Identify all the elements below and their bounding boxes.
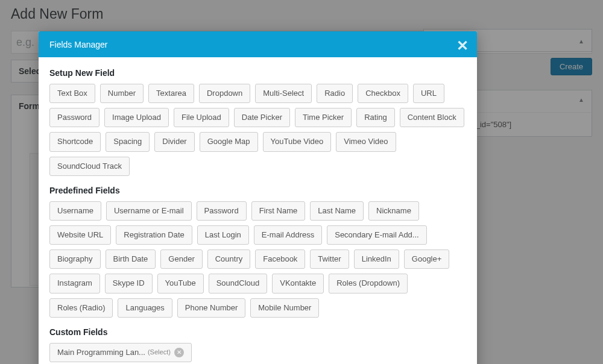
field-last-name[interactable]: Last Name <box>310 201 364 221</box>
field-username-or-e-mail[interactable]: Username or E-mail <box>106 201 192 221</box>
field-file-upload[interactable]: File Upload <box>174 108 229 127</box>
custom-field-main-programming-lan[interactable]: Main Programming Lan... (Select)✕ <box>49 343 192 362</box>
field-number[interactable]: Number <box>100 84 144 103</box>
field-rating[interactable]: Rating <box>356 108 395 127</box>
field-google-map[interactable]: Google Map <box>200 132 258 151</box>
field-roles-radio[interactable]: Roles (Radio) <box>49 298 113 318</box>
field-date-picker[interactable]: Date Picker <box>234 108 290 127</box>
fields-manager-modal: Fields Manager ✕ Setup New Field Text Bo… <box>39 31 477 364</box>
field-instagram[interactable]: Instagram <box>49 274 100 293</box>
field-linkedin[interactable]: LinkedIn <box>354 249 399 269</box>
field-twitter[interactable]: Twitter <box>310 249 349 269</box>
field-skype-id[interactable]: Skype ID <box>105 274 153 293</box>
field-facebook[interactable]: Facebook <box>255 249 305 269</box>
remove-icon[interactable]: ✕ <box>174 348 184 357</box>
field-soundcloud-track[interactable]: SoundCloud Track <box>49 157 130 176</box>
field-roles-dropdown[interactable]: Roles (Dropdown) <box>329 274 408 293</box>
field-image-upload[interactable]: Image Upload <box>104 108 169 127</box>
field-phone-number[interactable]: Phone Number <box>177 298 245 318</box>
field-dropdown[interactable]: Dropdown <box>199 84 250 103</box>
setup-section-title: Setup New Field <box>49 68 466 78</box>
field-url[interactable]: URL <box>413 84 444 103</box>
predefined-section-title: Predefined Fields <box>49 186 466 195</box>
field-content-block[interactable]: Content Block <box>400 108 464 127</box>
field-shortcode[interactable]: Shortcode <box>49 132 101 151</box>
modal-title: Fields Manager <box>49 40 108 49</box>
custom-section-title: Custom Fields <box>49 327 466 337</box>
field-website-url[interactable]: Website URL <box>49 225 111 245</box>
field-soundcloud[interactable]: SoundCloud <box>209 274 268 293</box>
field-text-box[interactable]: Text Box <box>49 84 95 103</box>
field-youtube-video[interactable]: YouTube Video <box>263 132 332 151</box>
field-vkontakte[interactable]: VKontakte <box>272 274 324 293</box>
field-textarea[interactable]: Textarea <box>148 84 194 103</box>
field-birth-date[interactable]: Birth Date <box>106 249 156 269</box>
field-secondary-e-mail-add[interactable]: Secondary E-mail Add... <box>327 225 426 245</box>
field-divider[interactable]: Divider <box>154 132 194 151</box>
field-nickname[interactable]: Nickname <box>368 201 419 221</box>
field-time-picker[interactable]: Time Picker <box>295 108 352 127</box>
field-password[interactable]: Password <box>49 108 99 127</box>
field-languages[interactable]: Languages <box>118 298 172 318</box>
field-multi-select[interactable]: Multi-Select <box>255 84 312 103</box>
field-youtube[interactable]: YouTube <box>157 274 204 293</box>
custom-field-label: Main Programming Lan... <box>57 347 145 358</box>
field-spacing[interactable]: Spacing <box>106 132 150 151</box>
field-radio[interactable]: Radio <box>317 84 353 103</box>
close-icon[interactable]: ✕ <box>456 37 469 54</box>
field-last-login[interactable]: Last Login <box>197 225 249 245</box>
field-vimeo-video[interactable]: Vimeo Video <box>336 132 396 151</box>
field-username[interactable]: Username <box>49 201 101 221</box>
custom-field-type: (Select) <box>148 348 171 357</box>
field-e-mail-address[interactable]: E-mail Address <box>254 225 322 245</box>
field-mobile-number[interactable]: Mobile Number <box>250 298 319 318</box>
field-biography[interactable]: Biography <box>49 249 101 269</box>
field-google[interactable]: Google+ <box>404 249 450 269</box>
field-password[interactable]: Password <box>197 201 247 221</box>
field-gender[interactable]: Gender <box>160 249 202 269</box>
field-first-name[interactable]: First Name <box>251 201 306 221</box>
field-checkbox[interactable]: Checkbox <box>358 84 408 103</box>
field-registration-date[interactable]: Registration Date <box>116 225 192 245</box>
field-country[interactable]: Country <box>207 249 251 269</box>
